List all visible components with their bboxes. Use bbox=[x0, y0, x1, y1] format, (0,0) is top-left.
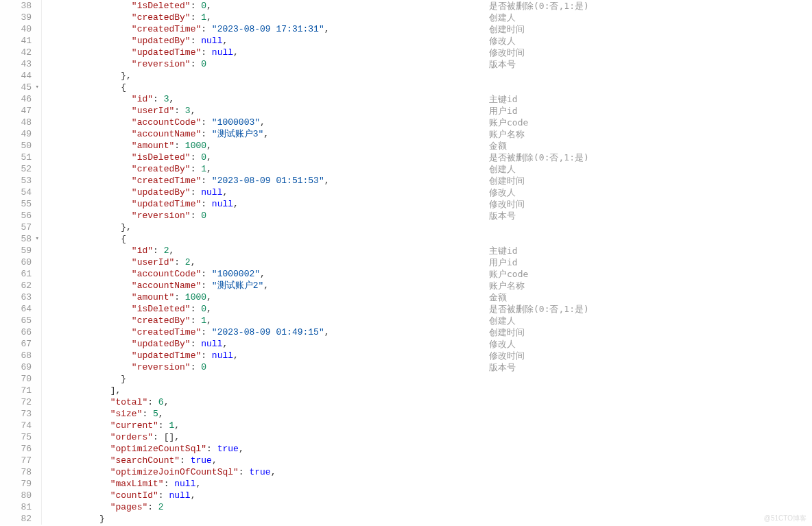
code-line[interactable]: "amount": 1000, bbox=[46, 291, 485, 303]
inline-comment: 修改人 bbox=[489, 35, 589, 47]
code-line[interactable]: "updatedTime": null, bbox=[46, 350, 485, 361]
code-line[interactable]: "accountCode": "1000002", bbox=[46, 268, 485, 280]
code-line[interactable]: "createdBy": 1, bbox=[46, 12, 485, 23]
code-line[interactable]: "isDeleted": 0, bbox=[46, 303, 485, 315]
inline-comment bbox=[489, 233, 589, 245]
line-number-gutter[interactable]: 3839404142434445464748495051525354555657… bbox=[0, 0, 42, 525]
code-line[interactable]: } bbox=[46, 513, 485, 525]
code-line[interactable]: "pages": 2 bbox=[46, 501, 485, 513]
line-number: 40 bbox=[0, 23, 38, 35]
line-number: 54 bbox=[0, 187, 38, 198]
line-number: 41 bbox=[0, 35, 38, 47]
inline-comment bbox=[489, 420, 589, 431]
inline-comment bbox=[489, 513, 589, 525]
fold-toggle-icon[interactable]: 58 bbox=[0, 233, 38, 245]
inline-comment: 账户名称 bbox=[489, 280, 589, 291]
code-line[interactable]: "updatedTime": null, bbox=[46, 47, 485, 58]
code-line[interactable]: "updatedBy": null, bbox=[46, 187, 485, 198]
line-number: 67 bbox=[0, 338, 38, 350]
inline-comment: 修改时间 bbox=[489, 350, 589, 361]
line-number: 62 bbox=[0, 280, 38, 291]
code-line[interactable]: "accountName": "测试账户3", bbox=[46, 128, 485, 140]
line-number: 73 bbox=[0, 408, 38, 420]
inline-comment bbox=[489, 466, 589, 478]
code-line[interactable]: "createdBy": 1, bbox=[46, 163, 485, 175]
line-number: 43 bbox=[0, 58, 38, 70]
code-line[interactable]: { bbox=[46, 233, 485, 245]
inline-comment: 版本号 bbox=[489, 361, 589, 373]
code-line[interactable]: "updatedBy": null, bbox=[46, 35, 485, 47]
line-number: 80 bbox=[0, 490, 38, 501]
code-editor[interactable]: 3839404142434445464748495051525354555657… bbox=[0, 0, 812, 525]
inline-comment: 账户code bbox=[489, 268, 589, 280]
code-line[interactable]: "accountName": "测试账户2", bbox=[46, 280, 485, 291]
inline-comment bbox=[489, 501, 589, 513]
code-line[interactable]: "userId": 2, bbox=[46, 256, 485, 268]
inline-comment bbox=[489, 396, 589, 408]
code-line[interactable]: "countId": null, bbox=[46, 490, 485, 501]
code-line[interactable]: "current": 1, bbox=[46, 420, 485, 431]
code-line[interactable]: "amount": 1000, bbox=[46, 140, 485, 152]
inline-comment: 主键id bbox=[489, 93, 589, 105]
code-comments-column: 是否被删除(0:否,1:是)创建人创建时间修改人修改时间版本号主键id用户id账… bbox=[485, 0, 589, 525]
inline-comment: 修改时间 bbox=[489, 198, 589, 210]
inline-comment: 金额 bbox=[489, 291, 589, 303]
code-line[interactable]: "orders": [], bbox=[46, 431, 485, 443]
code-line[interactable]: }, bbox=[46, 70, 485, 82]
code-line[interactable]: "optimizeJoinOfCountSql": true, bbox=[46, 466, 485, 478]
line-number: 51 bbox=[0, 152, 38, 163]
inline-comment bbox=[489, 490, 589, 501]
inline-comment: 创建人 bbox=[489, 315, 589, 326]
line-number: 77 bbox=[0, 455, 38, 466]
code-line[interactable]: "searchCount": true, bbox=[46, 455, 485, 466]
code-line[interactable]: "id": 3, bbox=[46, 93, 485, 105]
code-line[interactable]: "maxLimit": null, bbox=[46, 478, 485, 490]
line-number: 55 bbox=[0, 198, 38, 210]
line-number: 72 bbox=[0, 396, 38, 408]
code-line[interactable]: "createdTime": "2023-08-09 01:49:15", bbox=[46, 326, 485, 338]
code-line[interactable]: "size": 5, bbox=[46, 408, 485, 420]
inline-comment: 账户code bbox=[489, 117, 589, 128]
code-line[interactable]: "id": 2, bbox=[46, 245, 485, 256]
line-number: 48 bbox=[0, 117, 38, 128]
code-line[interactable]: }, bbox=[46, 222, 485, 233]
code-line[interactable]: } bbox=[46, 373, 485, 385]
line-number: 63 bbox=[0, 291, 38, 303]
line-number: 70 bbox=[0, 373, 38, 385]
inline-comment bbox=[489, 222, 589, 233]
code-line[interactable]: "createdTime": "2023-08-09 01:51:53", bbox=[46, 175, 485, 187]
code-line[interactable]: "isDeleted": 0, bbox=[46, 152, 485, 163]
code-content[interactable]: "isDeleted": 0, "createdBy": 1, "created… bbox=[42, 0, 485, 525]
code-line[interactable]: "reversion": 0 bbox=[46, 210, 485, 222]
code-line[interactable]: "total": 6, bbox=[46, 396, 485, 408]
code-line[interactable]: "reversion": 0 bbox=[46, 361, 485, 373]
code-line[interactable]: "accountCode": "1000003", bbox=[46, 117, 485, 128]
line-number: 65 bbox=[0, 315, 38, 326]
line-number: 59 bbox=[0, 245, 38, 256]
code-line[interactable]: "createdTime": "2023-08-09 17:31:31", bbox=[46, 23, 485, 35]
line-number: 49 bbox=[0, 128, 38, 140]
line-number: 74 bbox=[0, 420, 38, 431]
code-line[interactable]: "createdBy": 1, bbox=[46, 315, 485, 326]
inline-comment: 是否被删除(0:否,1:是) bbox=[489, 152, 589, 163]
line-number: 69 bbox=[0, 361, 38, 373]
line-number: 42 bbox=[0, 47, 38, 58]
line-number: 81 bbox=[0, 501, 38, 513]
code-line[interactable]: "reversion": 0 bbox=[46, 58, 485, 70]
inline-comment bbox=[489, 455, 589, 466]
line-number: 61 bbox=[0, 268, 38, 280]
code-line[interactable]: "userId": 3, bbox=[46, 105, 485, 117]
inline-comment: 创建时间 bbox=[489, 175, 589, 187]
inline-comment: 创建人 bbox=[489, 12, 589, 23]
code-line[interactable]: "updatedBy": null, bbox=[46, 338, 485, 350]
fold-toggle-icon[interactable]: 45 bbox=[0, 82, 38, 93]
code-line[interactable]: "isDeleted": 0, bbox=[46, 0, 485, 12]
line-number: 79 bbox=[0, 478, 38, 490]
inline-comment: 用户id bbox=[489, 256, 589, 268]
code-line[interactable]: { bbox=[46, 82, 485, 93]
code-line[interactable]: ], bbox=[46, 385, 485, 396]
inline-comment: 主键id bbox=[489, 245, 589, 256]
code-line[interactable]: "optimizeCountSql": true, bbox=[46, 443, 485, 455]
line-number: 68 bbox=[0, 350, 38, 361]
code-line[interactable]: "updatedTime": null, bbox=[46, 198, 485, 210]
